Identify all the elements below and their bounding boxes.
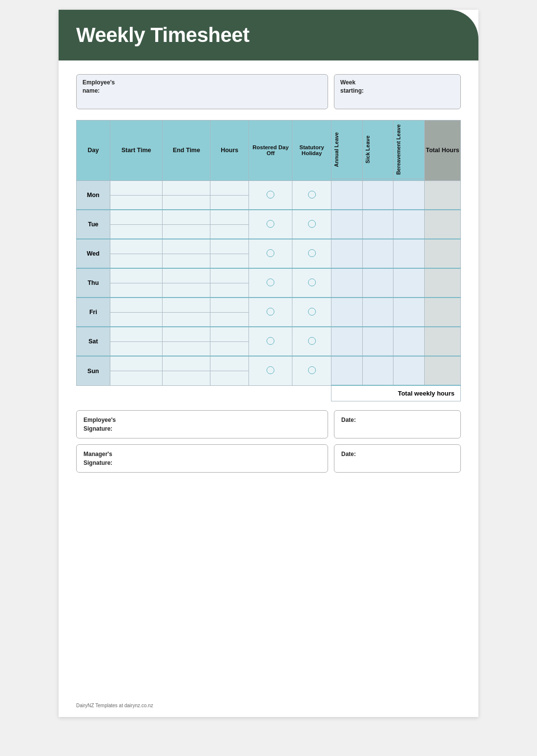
tue-end-bot (163, 224, 210, 239)
tue-statutory-radio[interactable] (308, 220, 316, 228)
sat-annual (331, 327, 362, 356)
sat-bereavement (393, 327, 425, 356)
page-title: Weekly Timesheet (76, 23, 461, 47)
fri-rostered[interactable] (249, 298, 292, 327)
sat-hours-top (210, 327, 249, 341)
employee-name-label: Employee'sname: (83, 79, 322, 95)
thu-rostered[interactable] (249, 268, 292, 298)
fri-start-bot (110, 312, 163, 327)
fri-bereavement (393, 298, 425, 327)
th-endtime: End Time (163, 120, 210, 180)
sun-rostered[interactable] (249, 356, 292, 385)
sun-bereavement (393, 356, 425, 385)
sun-end-top (163, 356, 210, 371)
manager-date-box: Date: (334, 444, 461, 473)
week-starting-value (340, 95, 454, 105)
employee-date-box: Date: (334, 410, 461, 438)
day-label-fri: Fri (77, 298, 110, 327)
thu-rostered-radio[interactable] (267, 279, 274, 286)
tue-sick (362, 210, 393, 239)
employee-sig-label: Employee'sSignature: (83, 416, 321, 433)
wed-statutory[interactable] (292, 239, 331, 268)
tue-hours-top (210, 210, 249, 224)
mon-end-top (163, 180, 210, 195)
fri-rostered-radio[interactable] (267, 308, 274, 316)
wed-total (425, 239, 461, 268)
fri-start-top (110, 298, 163, 312)
day-label-thu: Thu (77, 268, 110, 298)
page: Weekly Timesheet Employee'sname: Weeksta… (59, 10, 478, 717)
th-total-hours: Total Hours (425, 120, 461, 180)
mon-hours-bot (210, 195, 249, 210)
tue-rostered[interactable] (249, 210, 292, 239)
wed-bereavement (393, 239, 425, 268)
day-label-sat: Sat (77, 327, 110, 356)
sun-statutory-radio[interactable] (308, 366, 316, 374)
sat-end-bot (163, 341, 210, 356)
mon-statutory[interactable] (292, 180, 331, 210)
mon-end-bot (163, 195, 210, 210)
wed-start-top (110, 239, 163, 254)
mon-hours-top (210, 180, 249, 195)
total-weekly-row: Total weekly hours (77, 385, 461, 401)
sat-rostered-radio[interactable] (267, 337, 274, 345)
week-starting-box: Weekstarting: (334, 74, 461, 109)
signature-section: Employee'sSignature: Date: Manager'sSign… (76, 410, 461, 473)
tue-annual (331, 210, 362, 239)
day-label-tue: Tue (77, 210, 110, 239)
employee-name-box: Employee'sname: (76, 74, 328, 109)
thu-hours-bot (210, 283, 249, 298)
tue-statutory[interactable] (292, 210, 331, 239)
footer-text: DairyNZ Templates at dairynz.co.nz (76, 703, 153, 708)
tue-bereavement (393, 210, 425, 239)
sat-statutory-radio[interactable] (308, 337, 316, 345)
wed-end-top (163, 239, 210, 254)
wed-statutory-radio[interactable] (308, 249, 316, 257)
top-fields: Employee'sname: Weekstarting: (76, 74, 461, 109)
sat-sick (362, 327, 393, 356)
manager-sig-box: Manager'sSignature: (76, 444, 328, 473)
tue-start-top (110, 210, 163, 224)
fri-end-top (163, 298, 210, 312)
mon-statutory-radio[interactable] (308, 191, 316, 199)
th-starttime: Start Time (110, 120, 163, 180)
manager-sig-row: Manager'sSignature: Date: (76, 444, 461, 473)
sat-rostered[interactable] (249, 327, 292, 356)
mon-rostered[interactable] (249, 180, 292, 210)
employee-sig-row: Employee'sSignature: Date: (76, 410, 461, 438)
mon-rostered-radio[interactable] (267, 191, 274, 199)
sat-statutory[interactable] (292, 327, 331, 356)
content: Employee'sname: Weekstarting: (59, 60, 478, 482)
timesheet-table: Day Start Time End Time Hours Rostered D… (76, 120, 461, 402)
wed-rostered-radio[interactable] (267, 249, 274, 257)
employee-name-value (83, 95, 322, 105)
sat-end-top (163, 327, 210, 341)
sun-hours-bot (210, 371, 249, 385)
wed-rostered[interactable] (249, 239, 292, 268)
tue-hours-bot (210, 224, 249, 239)
th-hours: Hours (210, 120, 249, 180)
table-row: Sun (77, 356, 461, 371)
fri-statutory-radio[interactable] (308, 308, 316, 316)
sun-statutory[interactable] (292, 356, 331, 385)
fri-annual (331, 298, 362, 327)
fri-statutory[interactable] (292, 298, 331, 327)
tue-rostered-radio[interactable] (267, 220, 274, 228)
sun-rostered-radio[interactable] (267, 366, 274, 374)
thu-statutory-radio[interactable] (308, 279, 316, 286)
tue-end-top (163, 210, 210, 224)
fri-sick (362, 298, 393, 327)
day-label-mon: Mon (77, 180, 110, 210)
sun-start-bot (110, 371, 163, 385)
thu-annual (331, 268, 362, 298)
th-statutory-holiday: Statutory Holiday (292, 120, 331, 180)
mon-start-bot (110, 195, 163, 210)
th-rostered-day-off: Rostered Day Off (249, 120, 292, 180)
sun-start-top (110, 356, 163, 371)
sat-start-bot (110, 341, 163, 356)
total-weekly-hours-label: Total weekly hours (331, 385, 460, 401)
thu-statutory[interactable] (292, 268, 331, 298)
table-header-row: Day Start Time End Time Hours Rostered D… (77, 120, 461, 179)
wed-end-bot (163, 254, 210, 268)
thu-end-top (163, 268, 210, 283)
